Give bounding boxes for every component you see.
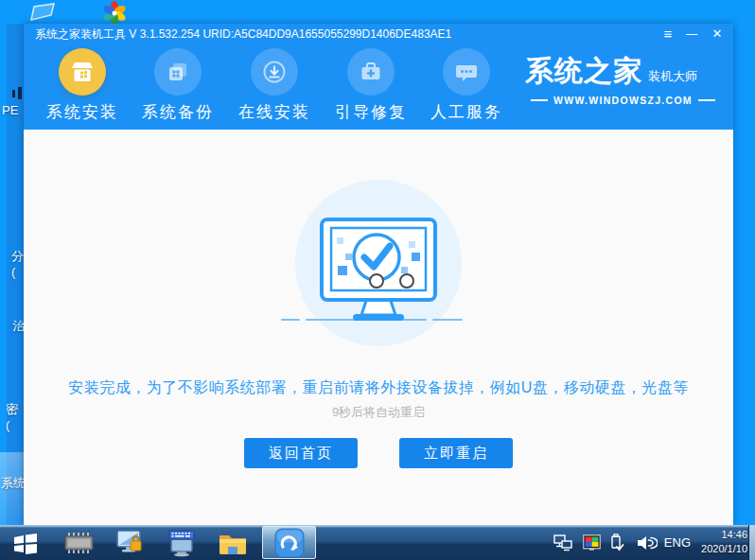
monitor-lock-icon — [114, 529, 147, 557]
nav-label: 引导修复 — [327, 101, 414, 123]
volume-icon[interactable] — [637, 525, 658, 560]
nav-item-system-backup[interactable]: 系统备份 — [134, 48, 221, 123]
nav-label: 在线安装 — [231, 101, 318, 123]
completion-message: 安装完成，为了不影响系统部署，重启前请将外接设备拔掉，例如U盘，移动硬盘，光盘等 — [24, 378, 733, 398]
background-icon-fragment — [12, 90, 15, 97]
flower-icon — [100, 1, 129, 26]
tray-time: 14:46 — [701, 528, 747, 542]
install-box-icon — [59, 48, 106, 96]
background-icon-fragment — [18, 87, 22, 99]
background-label-fragment: 系统 — [1, 475, 26, 491]
nav-item-online-install[interactable]: 在线安装 — [231, 48, 318, 123]
close-button[interactable]: ✕ — [707, 24, 728, 44]
display-color-icon[interactable] — [583, 525, 601, 560]
nav-label: 系统安装 — [39, 101, 126, 123]
brand-subtitle: 装机大师 — [648, 69, 697, 83]
app-window: 系统之家装机工具 V 3.1.532.254 URID:A5C84DD9A165… — [24, 24, 733, 525]
navbar: 系统安装 系统备份 — [24, 44, 733, 130]
nav-item-human-service[interactable]: 人工服务 — [423, 48, 510, 123]
usb-eject-icon[interactable] — [610, 525, 624, 560]
background-label-fragment: PE — [2, 102, 18, 118]
window-title: 系统之家装机工具 V 3.1.532.254 URID:A5C84DD9A165… — [35, 24, 451, 45]
action-buttons: 返回首页 立即重启 — [24, 438, 733, 468]
nav-item-system-install[interactable]: 系统安装 — [39, 48, 126, 123]
backup-windows-icon — [154, 48, 202, 96]
taskbar-item-zhuangji-tool[interactable] — [262, 526, 316, 559]
back-home-button[interactable]: 返回首页 — [244, 438, 358, 468]
nav-item-boot-repair[interactable]: 引导修复 — [327, 48, 414, 123]
desktop: PE 分 ( 治 密 ( 系统 系统之家装机工具 V 3.1.532.254 U… — [0, 0, 755, 560]
restart-now-button[interactable]: 立即重启 — [399, 438, 513, 468]
taskbar-item-memory-tool[interactable] — [59, 526, 100, 559]
background-label-fragment: 分 ( — [11, 248, 24, 280]
taskbar: ENG 14:46 2020/1/10 — [0, 525, 755, 560]
clock[interactable]: 14:46 2020/1/10 — [701, 528, 747, 556]
brand-website: WWW.WINDOWSZJ.COM — [525, 95, 726, 106]
nav-label: 人工服务 — [423, 101, 510, 123]
nav-label: 系统备份 — [134, 101, 221, 123]
brand-name: 系统之家 — [525, 55, 642, 86]
windows-logo-icon — [13, 531, 40, 555]
install-complete-illustration — [246, 167, 511, 352]
computer-desktop-icon[interactable] — [28, 1, 57, 26]
tilted-monitor-icon — [28, 1, 57, 26]
taskbar-item-remote-desktop[interactable] — [110, 526, 151, 559]
tray-date: 2020/1/10 — [701, 542, 747, 556]
chip-icon — [61, 530, 97, 556]
minimize-button[interactable]: — — [681, 24, 702, 44]
auto-restart-countdown: 9秒后将自动重启 — [24, 404, 733, 421]
content-area: 安装完成，为了不影响系统部署，重启前请将外接设备拔掉，例如U盘，移动硬盘，光盘等… — [24, 130, 733, 525]
keyboard-monitor-icon — [166, 529, 198, 557]
menu-button[interactable]: ≡ — [658, 24, 678, 44]
start-button[interactable] — [6, 526, 47, 559]
titlebar: 系统之家装机工具 V 3.1.532.254 URID:A5C84DD9A165… — [24, 24, 733, 44]
taskbar-item-onscreen-keyboard[interactable] — [161, 526, 202, 559]
flower-logo-desktop-icon[interactable] — [100, 1, 129, 26]
taskbar-item-file-explorer[interactable] — [212, 526, 254, 559]
background-label-fragment: 密 ( — [6, 401, 18, 433]
app-logo-icon — [274, 528, 305, 558]
network-icon[interactable] — [553, 525, 572, 560]
show-desktop-button[interactable] — [748, 525, 755, 560]
folder-icon — [217, 530, 249, 556]
chat-service-icon — [443, 48, 490, 96]
online-download-icon — [251, 48, 298, 96]
brand-logo: 系统之家装机大师 WWW.WINDOWSZJ.COM — [525, 52, 726, 106]
language-indicator[interactable]: ENG — [664, 525, 691, 560]
boot-repair-toolbox-icon — [347, 48, 395, 96]
